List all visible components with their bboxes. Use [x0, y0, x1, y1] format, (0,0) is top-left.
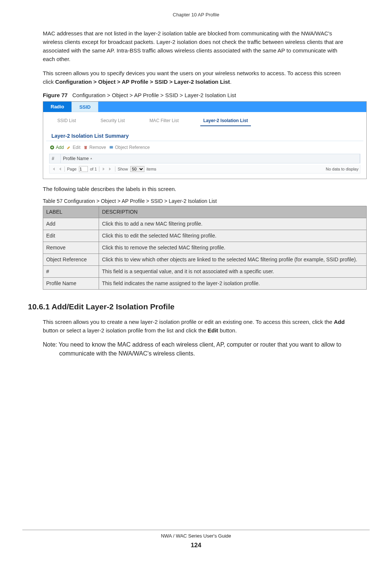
para2-post: . — [230, 79, 232, 85]
pager-page-input[interactable] — [79, 166, 88, 172]
table-row: Edit Click this to edit the selected MAC… — [43, 230, 367, 242]
pager-show-select[interactable]: 50 — [130, 166, 144, 172]
pager-show-label: Show — [118, 166, 128, 172]
sub-tab-layer2-isolation-list[interactable]: Layer-2 Isolation List — [200, 116, 251, 126]
table-row: # This field is a sequential value, and … — [43, 265, 367, 277]
table-header-description: DESCRIPTION — [99, 206, 367, 218]
screenshot-layer2-isolation-list: Radio SSID SSID List Security List MAC F… — [43, 101, 367, 179]
table-row: Profile Name This field indicates the na… — [43, 277, 367, 289]
figure-caption-text: Configuration > Object > AP Profile > SS… — [72, 92, 236, 98]
sort-asc-icon — [90, 157, 93, 160]
add-label: Add — [56, 144, 64, 151]
svg-rect-1 — [109, 146, 113, 149]
sub-tab-bar: SSID List Security List MAC Filter List … — [43, 112, 366, 126]
footer-guide: NWA / WAC Series User's Guide — [0, 532, 392, 540]
sub-para1-pre: This screen allows you to create a new l… — [43, 319, 334, 325]
edit-icon — [67, 145, 71, 150]
figure-label: Figure 77 — [43, 92, 68, 98]
page-footer: NWA / WAC Series User's Guide 124 — [0, 530, 392, 550]
pager-items-label: items — [147, 166, 156, 172]
description-table: LABEL DESCRIPTION Add Click this to add … — [43, 206, 367, 290]
table-row: Add Click this to add a new MAC filterin… — [43, 218, 367, 230]
table-cell-desc: This field indicates the name assigned t… — [99, 277, 367, 289]
figure-caption: Figure 77 Configuration > Object > AP Pr… — [43, 91, 349, 100]
profile-name-label: Profile Name — [63, 155, 89, 162]
pager-last-icon[interactable] — [108, 167, 113, 171]
add-button[interactable]: Add — [50, 144, 64, 151]
grid-toolbar: Add Edit Remove Object Reference — [43, 141, 366, 152]
pager-page-label: Page — [67, 166, 77, 172]
tab-ssid[interactable]: SSID — [71, 102, 98, 112]
body-paragraph-2: This screen allows you to specify device… — [43, 69, 349, 86]
remove-icon — [83, 145, 88, 150]
table-cell-label: Remove — [43, 242, 99, 254]
sub-para1-post: button. — [218, 327, 237, 334]
grid-pager: Page of 1 Show 50 items No data to displ… — [49, 165, 360, 174]
table-cell-desc: Click this to view which other objects a… — [99, 254, 367, 265]
table-intro: The following table describes the labels… — [43, 185, 349, 194]
table-cell-label: Add — [43, 218, 99, 230]
object-reference-button[interactable]: Object Reference — [109, 144, 150, 151]
edit-button[interactable]: Edit — [67, 144, 80, 151]
sub-para1-bold1: Add — [334, 319, 345, 325]
table-header-row: LABEL DESCRIPTION — [43, 206, 367, 218]
table-cell-label: Object Reference — [43, 254, 99, 265]
sub-para1-bold2: Edit — [208, 327, 218, 334]
tab-radio[interactable]: Radio — [43, 102, 71, 112]
section-header: Layer-2 Isolation List Summary — [46, 129, 363, 141]
table-cell-desc: Click this to add a new MAC filtering pr… — [99, 218, 367, 230]
pager-of-label: of 1 — [90, 166, 97, 172]
sub-tab-mac-filter-list[interactable]: MAC Filter List — [146, 116, 182, 126]
remove-button[interactable]: Remove — [83, 144, 106, 151]
sub-tab-ssid-list[interactable]: SSID List — [54, 116, 79, 126]
note-text: Note: You need to know the MAC address o… — [43, 340, 349, 358]
pager-no-data: No data to display — [326, 166, 358, 172]
table-cell-desc: Click this to remove the selected MAC fi… — [99, 242, 367, 254]
pager-first-icon[interactable] — [51, 167, 55, 171]
chapter-header: Chapter 10 AP Profile — [22, 11, 370, 19]
table-row: Object Reference Click this to view whic… — [43, 254, 367, 265]
table-caption: Table 57 Configuration > Object > AP Pro… — [43, 197, 349, 205]
body-paragraph-1: MAC addresses that are not listed in the… — [43, 29, 349, 64]
table-row: Remove Click this to remove the selected… — [43, 242, 367, 254]
footer-page-number: 124 — [0, 541, 392, 550]
table-cell-label: Edit — [43, 230, 99, 242]
table-header-label: LABEL — [43, 206, 99, 218]
add-icon — [50, 145, 54, 150]
edit-label: Edit — [73, 144, 80, 151]
remove-label: Remove — [89, 144, 106, 151]
pager-next-icon[interactable] — [102, 167, 106, 171]
table-cell-label: # — [43, 265, 99, 277]
table-cell-label: Profile Name — [43, 277, 99, 289]
column-header-hash[interactable]: # — [50, 154, 61, 163]
pager-prev-icon[interactable] — [58, 167, 62, 171]
sub-para1-mid: button or select a layer-2 isolation pro… — [43, 327, 208, 334]
sub-tab-security-list[interactable]: Security List — [98, 116, 128, 126]
object-reference-label: Object Reference — [115, 144, 150, 151]
para2-bold-path: Configuration > Object > AP Profile > SS… — [55, 79, 230, 85]
section-heading: 10.6.1 Add/Edit Layer-2 Isolation Profil… — [28, 301, 349, 313]
sub-paragraph-1: This screen allows you to create a new l… — [43, 318, 349, 335]
table-cell-desc: Click this to edit the selected MAC filt… — [99, 230, 367, 242]
table-cell-desc: This field is a sequential value, and it… — [99, 265, 367, 277]
object-reference-icon — [109, 145, 114, 150]
main-tab-bar: Radio SSID — [43, 102, 366, 112]
column-header-profile-name[interactable]: Profile Name — [61, 154, 360, 163]
grid-header: # Profile Name — [49, 154, 360, 163]
